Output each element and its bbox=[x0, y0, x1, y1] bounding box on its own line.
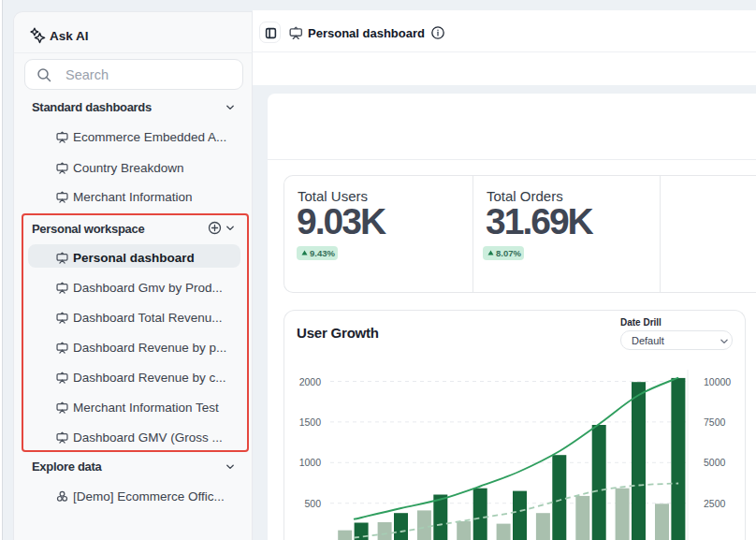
svg-text:10000: 10000 bbox=[704, 376, 731, 387]
svg-text:2000: 2000 bbox=[299, 376, 322, 387]
svg-text:7500: 7500 bbox=[704, 416, 726, 428]
svg-text:500: 500 bbox=[304, 498, 321, 509]
svg-text:2500: 2500 bbox=[704, 498, 726, 509]
svg-text:1500: 1500 bbox=[299, 416, 322, 428]
svg-text:1000: 1000 bbox=[299, 457, 322, 468]
svg-text:5000: 5000 bbox=[704, 457, 726, 468]
